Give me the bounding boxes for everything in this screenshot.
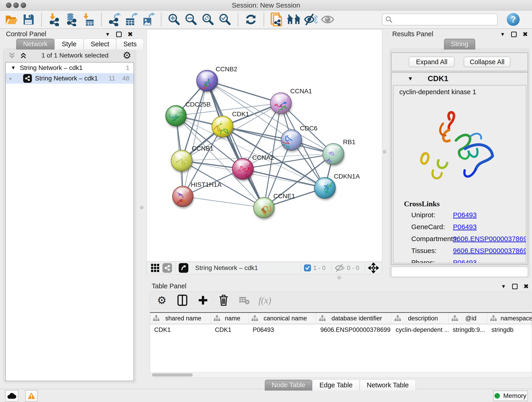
section-caret-icon[interactable]: ▼: [408, 75, 413, 82]
network-edge[interactable]: [207, 81, 281, 103]
delete-table-icon[interactable]: [238, 294, 250, 306]
table-horizontal-scrollbar[interactable]: [150, 372, 532, 378]
warnings-button[interactable]: [25, 390, 38, 402]
panel-collapse-icon[interactable]: ▼: [500, 32, 505, 37]
fit-selected-crosshair-icon[interactable]: [368, 263, 379, 273]
crosslink-link[interactable]: P06493: [453, 211, 476, 219]
import-network-database-icon[interactable]: [64, 12, 79, 27]
panel-close-icon[interactable]: ✖: [128, 31, 133, 38]
hide-selected-icon[interactable]: [304, 12, 318, 27]
delete-column-icon[interactable]: [217, 294, 230, 306]
network-from-document-icon[interactable]: [270, 12, 284, 27]
crosslink-link[interactable]: P06493: [453, 223, 476, 231]
network-collection-row[interactable]: ▼ String Network – cdk1 1: [6, 63, 133, 73]
panel-collapse-icon[interactable]: ▼: [501, 283, 506, 289]
tree-caret-icon[interactable]: ▼: [11, 65, 16, 71]
crosslink-link[interactable]: 9606.ENSP00000378699: [453, 247, 526, 255]
panel-float-icon[interactable]: [116, 32, 122, 37]
network-node[interactable]: [254, 197, 274, 218]
zoom-in-icon[interactable]: [167, 12, 181, 27]
table-cell[interactable]: stringdb:9...: [449, 324, 487, 335]
crosslink-link[interactable]: 9606.ENSP00000378699: [453, 235, 526, 243]
crosslink-link[interactable]: P06493: [453, 259, 476, 263]
open-session-icon[interactable]: [5, 12, 19, 27]
tab-network[interactable]: Network: [16, 38, 55, 50]
help-icon[interactable]: ?: [507, 13, 520, 26]
right-splitter-grip[interactable]: [383, 150, 386, 153]
panel-float-icon[interactable]: [512, 284, 518, 289]
table-cell[interactable]: stringdb: [487, 324, 532, 335]
network-node[interactable]: [323, 143, 344, 169]
save-session-icon[interactable]: [22, 12, 36, 27]
table-cell[interactable]: P06493: [249, 324, 316, 335]
tab-style[interactable]: Style: [55, 38, 83, 50]
column-header-namespace[interactable]: namespace: [487, 313, 532, 324]
column-header-name[interactable]: name: [211, 313, 249, 324]
panel-float-icon[interactable]: [511, 32, 517, 37]
export-network-icon[interactable]: [107, 12, 121, 27]
column-header-database-identifier[interactable]: database identifier: [316, 313, 392, 324]
table-options-gear-icon[interactable]: ⚙: [156, 294, 168, 306]
network-node[interactable]: [270, 93, 291, 114]
network-node[interactable]: [212, 116, 233, 137]
cloud-status-button[interactable]: [5, 390, 18, 402]
refresh-layout-icon[interactable]: [244, 12, 258, 27]
import-network-file-icon[interactable]: [47, 12, 62, 27]
tab-select[interactable]: Select: [84, 38, 116, 50]
show-all-icon[interactable]: [321, 12, 335, 27]
column-header--id[interactable]: @id: [449, 313, 487, 324]
show-columns-icon[interactable]: [176, 294, 189, 306]
create-column-icon[interactable]: [197, 294, 209, 306]
panel-close-icon[interactable]: ✖: [523, 31, 528, 38]
expand-all-icon[interactable]: [19, 51, 27, 59]
search-input[interactable]: [395, 16, 494, 23]
left-splitter-grip[interactable]: [140, 206, 143, 209]
first-neighbors-icon[interactable]: [287, 12, 301, 27]
column-header-description[interactable]: description: [392, 313, 449, 324]
selected-checkbox-icon[interactable]: [304, 264, 311, 271]
network-edge[interactable]: [183, 196, 264, 208]
tab-node-table[interactable]: Node Table: [265, 380, 312, 390]
network-row[interactable]: ● String Network – cdk1 11 48: [6, 73, 133, 84]
table-cell[interactable]: cyclin-dependent ...: [392, 324, 449, 335]
import-table-file-icon[interactable]: [81, 12, 95, 27]
export-table-icon[interactable]: [124, 12, 138, 27]
panel-collapse-icon[interactable]: ▼: [105, 32, 110, 37]
node-section-header[interactable]: ▼ CDK1: [392, 73, 528, 85]
birds-eye-view-icon[interactable]: [179, 263, 188, 273]
network-canvas[interactable]: CCNB2CCNA1CDC25BCDK1CDC6RB1CCNB1CCNA2CDK…: [147, 29, 382, 262]
network-options-gear-icon[interactable]: ⚙: [123, 51, 131, 60]
horizontal-splitter-grip[interactable]: [337, 276, 341, 279]
zoom-out-icon[interactable]: [184, 12, 198, 27]
collapse-all-button[interactable]: Collapse All: [464, 57, 510, 67]
network-node[interactable]: [172, 186, 193, 207]
grid-view-icon[interactable]: [151, 263, 160, 273]
scrollbar-thumb[interactable]: [152, 373, 193, 376]
table-cell[interactable]: CDK1: [150, 324, 211, 335]
column-header-canonical-name[interactable]: canonical name: [249, 313, 316, 324]
zoom-selected-icon[interactable]: [218, 12, 232, 27]
expand-all-button[interactable]: Expand All: [409, 57, 455, 67]
network-node[interactable]: [314, 177, 336, 198]
tab-sets[interactable]: Sets: [116, 38, 144, 50]
export-image-icon[interactable]: [141, 12, 155, 27]
tab-network-table[interactable]: Network Table: [360, 380, 416, 390]
network-edge[interactable]: [183, 81, 207, 196]
column-header-shared-name[interactable]: shared name: [150, 313, 211, 324]
panel-close-icon[interactable]: ✖: [524, 283, 529, 290]
tab-string[interactable]: String: [444, 38, 475, 50]
tab-edge-table[interactable]: Edge Table: [312, 380, 360, 390]
network-node[interactable]: [232, 158, 253, 179]
network-share-icon[interactable]: [162, 263, 172, 273]
network-node[interactable]: [196, 70, 218, 91]
zoom-fit-icon[interactable]: [201, 12, 215, 27]
network-node[interactable]: [166, 105, 186, 126]
network-edge[interactable]: [243, 169, 325, 188]
collapse-all-icon[interactable]: [8, 51, 16, 59]
network-edge[interactable]: [207, 81, 264, 208]
memory-button[interactable]: Memory: [493, 390, 528, 401]
table-cell[interactable]: CDK1: [211, 324, 249, 335]
table-row[interactable]: CDK1CDK1P064939606.ENSP00000378699cyclin…: [150, 324, 532, 335]
function-builder-icon[interactable]: f(x): [259, 294, 271, 306]
table-cell[interactable]: 9606.ENSP00000378699: [316, 324, 392, 335]
